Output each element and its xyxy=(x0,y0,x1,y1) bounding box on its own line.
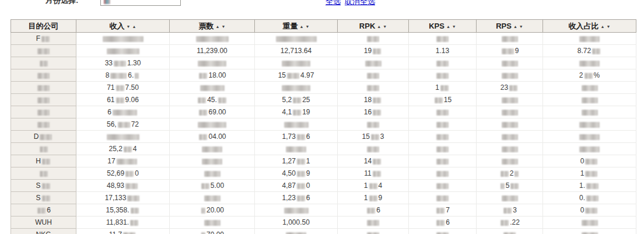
redacted-value xyxy=(502,159,518,165)
cell-text: 0 xyxy=(306,181,310,190)
row-header-company: H xyxy=(11,155,76,167)
cell: 5 xyxy=(477,180,543,192)
cell: 18 xyxy=(338,94,409,106)
cell xyxy=(409,69,477,82)
redacted-value xyxy=(582,85,598,91)
table-row: 56,72 xyxy=(11,118,636,131)
sort-asc-icon[interactable]: ▲ xyxy=(446,25,450,29)
redacted-value xyxy=(501,220,509,226)
sort-asc-icon[interactable]: ▲ xyxy=(377,25,381,29)
sort-asc-icon[interactable]: ▲ xyxy=(216,25,220,29)
cell-text: 1,73 xyxy=(282,132,295,141)
table-row: F xyxy=(11,33,636,45)
month-input[interactable] xyxy=(100,0,181,6)
redacted-value xyxy=(284,122,309,128)
col-header-kps[interactable]: KPS▲▼ xyxy=(409,20,477,33)
sort-asc-icon[interactable]: ▲ xyxy=(300,25,304,29)
col-header-weight[interactable]: 重量▲▼ xyxy=(255,20,338,33)
row-header-company: F xyxy=(11,33,76,45)
cell-text: F xyxy=(36,34,40,43)
col-header-rpk[interactable]: RPK▲▼ xyxy=(338,20,409,33)
select-all-link[interactable]: 全选 xyxy=(326,0,341,6)
redacted-value xyxy=(293,110,301,116)
redacted-value xyxy=(502,134,518,140)
cell xyxy=(338,33,409,45)
col-header-label: RPS xyxy=(496,22,512,30)
redacted-value xyxy=(198,97,206,103)
col-header-label: 重量 xyxy=(283,22,298,30)
sort-desc-icon[interactable]: ▼ xyxy=(222,25,226,29)
sort-asc-icon[interactable]: ▲ xyxy=(132,25,136,29)
deselect-all-link[interactable]: 取消全选 xyxy=(345,0,375,6)
table-row: 331.30 xyxy=(11,57,636,69)
col-header-rps[interactable]: RPS▲▼ xyxy=(477,20,543,33)
cell-text: 9.06 xyxy=(125,96,139,104)
cell xyxy=(170,155,255,167)
sort-desc-icon[interactable]: ▼ xyxy=(452,25,456,29)
redacted-value xyxy=(514,171,519,177)
cell-text: 04.00 xyxy=(208,132,226,141)
col-header-revenue-share[interactable]: 收入占比▲▼ xyxy=(543,20,636,33)
cell-text: 45. xyxy=(207,96,217,104)
redacted-value xyxy=(440,85,449,91)
cell: 0. xyxy=(543,192,636,204)
col-header-dest-company[interactable]: 目的公司 xyxy=(11,20,76,33)
cell-text: NKG xyxy=(36,230,51,234)
sort-asc-icon[interactable]: ▲ xyxy=(601,25,605,29)
cell-text: 0 xyxy=(580,157,584,165)
cell-text: 1,23 xyxy=(282,194,295,202)
cell xyxy=(170,192,255,204)
cell-text: 15,358. xyxy=(106,206,129,214)
redacted-value xyxy=(40,146,48,152)
sort-asc-icon[interactable]: ▲ xyxy=(513,25,517,29)
redacted-value xyxy=(436,36,449,42)
cell-text: 18 xyxy=(364,96,372,104)
cell: 11 xyxy=(338,167,409,180)
redacted-value xyxy=(502,36,518,42)
cell-text: 1 xyxy=(435,83,439,92)
sort-desc-icon[interactable]: ▼ xyxy=(127,25,131,29)
cell-text: 5.00 xyxy=(211,181,224,190)
sort-desc-icon[interactable]: ▼ xyxy=(383,25,387,29)
cell-text: 1.30 xyxy=(127,59,141,67)
redacted-value xyxy=(127,195,139,201)
cell: 1 xyxy=(543,167,636,180)
cell-text: 69.00 xyxy=(208,108,226,116)
cell-text: 5,2 xyxy=(282,96,292,104)
redacted-value xyxy=(198,122,226,128)
col-header-revenue[interactable]: 收入▼▲ xyxy=(76,20,170,33)
cell xyxy=(170,167,255,180)
cell-text: 61 xyxy=(107,96,114,104)
redacted-value xyxy=(585,159,597,165)
cell xyxy=(255,33,338,45)
cell: 11,831. xyxy=(76,216,170,229)
redacted-value xyxy=(37,208,46,214)
sort-desc-icon[interactable]: ▼ xyxy=(519,25,523,29)
col-header-tickets[interactable]: 票数▲▼ xyxy=(170,20,255,33)
redacted-value xyxy=(436,61,449,67)
cell xyxy=(477,69,543,82)
cell-text: % xyxy=(594,71,600,79)
redacted-value xyxy=(37,97,50,103)
cell-text: 1. xyxy=(579,181,585,190)
redacted-value xyxy=(436,146,449,152)
redacted-value xyxy=(373,48,381,54)
data-table: 目的公司收入▼▲票数▲▼重量▲▼RPK▲▼KPS▲▼RPS▲▼收入占比▲▼ F1… xyxy=(10,19,636,234)
cell: 1.13 xyxy=(409,45,477,57)
cell-text: 6 xyxy=(306,132,310,141)
redacted-value xyxy=(592,48,600,54)
redacted-value xyxy=(502,122,518,128)
cell-text: 70.00 xyxy=(206,230,224,234)
sort-desc-icon[interactable]: ▼ xyxy=(306,25,310,29)
cell: 2% xyxy=(543,69,636,82)
table-row: 619.0645.5,2251815 xyxy=(11,94,636,106)
redacted-value xyxy=(118,122,130,128)
redacted-value xyxy=(502,110,518,116)
sort-desc-icon[interactable]: ▼ xyxy=(607,25,611,29)
redacted-value xyxy=(367,73,379,79)
redacted-value xyxy=(196,36,229,42)
cell: 23 xyxy=(477,82,543,94)
cell-text: 1 xyxy=(364,194,368,202)
redacted-value xyxy=(37,48,50,54)
row-header-company xyxy=(11,143,76,155)
